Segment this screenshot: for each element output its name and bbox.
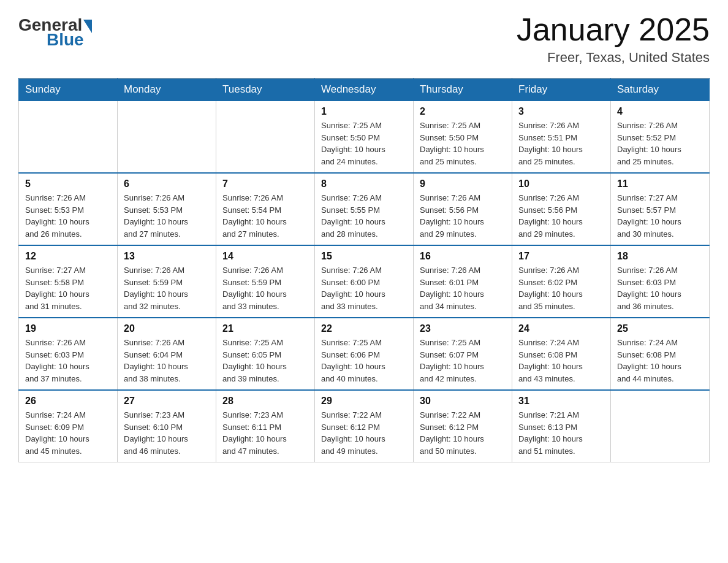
title-section: January 2025 Freer, Texas, United States <box>517 12 710 66</box>
calendar-cell: 14Sunrise: 7:26 AMSunset: 5:59 PMDayligh… <box>216 245 315 318</box>
calendar-day-header: Sunday <box>19 79 118 101</box>
calendar-week-row: 12Sunrise: 7:27 AMSunset: 5:58 PMDayligh… <box>19 245 710 318</box>
day-number: 6 <box>124 178 210 190</box>
day-info: Sunrise: 7:24 AMSunset: 6:09 PMDaylight:… <box>25 409 111 457</box>
day-number: 12 <box>25 251 111 262</box>
day-number: 14 <box>222 251 308 262</box>
day-info: Sunrise: 7:26 AMSunset: 6:04 PMDaylight:… <box>124 337 210 385</box>
day-info: Sunrise: 7:26 AMSunset: 5:51 PMDaylight:… <box>518 120 604 167</box>
calendar-cell: 6Sunrise: 7:26 AMSunset: 5:53 PMDaylight… <box>118 173 216 245</box>
day-number: 20 <box>124 323 210 334</box>
calendar-week-row: 19Sunrise: 7:26 AMSunset: 6:03 PMDayligh… <box>19 318 710 390</box>
calendar-cell: 1Sunrise: 7:25 AMSunset: 5:50 PMDaylight… <box>315 101 414 174</box>
month-year-title: January 2025 <box>517 12 710 47</box>
calendar-day-header: Thursday <box>414 79 512 101</box>
day-number: 4 <box>617 106 703 117</box>
calendar-week-row: 1Sunrise: 7:25 AMSunset: 5:50 PMDaylight… <box>19 101 710 174</box>
calendar-cell: 19Sunrise: 7:26 AMSunset: 6:03 PMDayligh… <box>19 318 118 390</box>
day-number: 8 <box>321 178 407 190</box>
calendar-cell <box>19 101 118 174</box>
calendar-table: SundayMondayTuesdayWednesdayThursdayFrid… <box>18 78 710 462</box>
calendar-cell: 10Sunrise: 7:26 AMSunset: 5:56 PMDayligh… <box>512 173 611 245</box>
calendar-cell <box>118 101 216 174</box>
day-number: 2 <box>420 106 506 117</box>
day-info: Sunrise: 7:22 AMSunset: 6:12 PMDaylight:… <box>420 409 506 457</box>
calendar-cell: 15Sunrise: 7:26 AMSunset: 6:00 PMDayligh… <box>315 245 414 318</box>
calendar-cell: 25Sunrise: 7:24 AMSunset: 6:08 PMDayligh… <box>611 318 710 390</box>
day-info: Sunrise: 7:24 AMSunset: 6:08 PMDaylight:… <box>518 337 604 385</box>
calendar-day-header: Wednesday <box>315 79 414 101</box>
calendar-week-row: 5Sunrise: 7:26 AMSunset: 5:53 PMDaylight… <box>19 173 710 245</box>
day-info: Sunrise: 7:26 AMSunset: 5:53 PMDaylight:… <box>124 192 210 240</box>
day-number: 1 <box>321 106 407 117</box>
calendar-cell: 17Sunrise: 7:26 AMSunset: 6:02 PMDayligh… <box>512 245 611 318</box>
calendar-cell: 9Sunrise: 7:26 AMSunset: 5:56 PMDaylight… <box>414 173 512 245</box>
day-info: Sunrise: 7:23 AMSunset: 6:11 PMDaylight:… <box>222 409 308 457</box>
calendar-week-row: 26Sunrise: 7:24 AMSunset: 6:09 PMDayligh… <box>19 390 710 462</box>
calendar-cell <box>216 101 315 174</box>
calendar-cell: 28Sunrise: 7:23 AMSunset: 6:11 PMDayligh… <box>216 390 315 462</box>
day-number: 18 <box>617 251 703 262</box>
day-number: 3 <box>518 106 604 117</box>
day-number: 25 <box>617 323 703 334</box>
day-number: 7 <box>222 178 308 190</box>
day-info: Sunrise: 7:26 AMSunset: 6:01 PMDaylight:… <box>420 264 506 312</box>
logo-blue-text: Blue <box>47 30 84 50</box>
day-number: 11 <box>617 178 703 190</box>
day-info: Sunrise: 7:26 AMSunset: 5:56 PMDaylight:… <box>420 192 506 240</box>
day-info: Sunrise: 7:26 AMSunset: 5:59 PMDaylight:… <box>124 264 210 312</box>
calendar-cell: 11Sunrise: 7:27 AMSunset: 5:57 PMDayligh… <box>611 173 710 245</box>
calendar-cell: 12Sunrise: 7:27 AMSunset: 5:58 PMDayligh… <box>19 245 118 318</box>
day-info: Sunrise: 7:25 AMSunset: 6:06 PMDaylight:… <box>321 337 407 385</box>
calendar-cell: 22Sunrise: 7:25 AMSunset: 6:06 PMDayligh… <box>315 318 414 390</box>
day-info: Sunrise: 7:26 AMSunset: 5:55 PMDaylight:… <box>321 192 407 240</box>
day-number: 15 <box>321 251 407 262</box>
calendar-cell: 2Sunrise: 7:25 AMSunset: 5:50 PMDaylight… <box>414 101 512 174</box>
logo-triangle-icon <box>83 20 92 33</box>
day-info: Sunrise: 7:26 AMSunset: 5:52 PMDaylight:… <box>617 120 703 167</box>
day-info: Sunrise: 7:25 AMSunset: 5:50 PMDaylight:… <box>321 120 407 167</box>
day-info: Sunrise: 7:26 AMSunset: 5:59 PMDaylight:… <box>222 264 308 312</box>
calendar-cell: 30Sunrise: 7:22 AMSunset: 6:12 PMDayligh… <box>414 390 512 462</box>
calendar-cell: 7Sunrise: 7:26 AMSunset: 5:54 PMDaylight… <box>216 173 315 245</box>
day-info: Sunrise: 7:25 AMSunset: 5:50 PMDaylight:… <box>420 120 506 167</box>
calendar-cell: 20Sunrise: 7:26 AMSunset: 6:04 PMDayligh… <box>118 318 216 390</box>
calendar-day-header: Saturday <box>611 79 710 101</box>
calendar-cell: 18Sunrise: 7:26 AMSunset: 6:03 PMDayligh… <box>611 245 710 318</box>
day-number: 9 <box>420 178 506 190</box>
day-info: Sunrise: 7:27 AMSunset: 5:57 PMDaylight:… <box>617 192 703 240</box>
calendar-cell: 23Sunrise: 7:25 AMSunset: 6:07 PMDayligh… <box>414 318 512 390</box>
day-info: Sunrise: 7:26 AMSunset: 5:54 PMDaylight:… <box>222 192 308 240</box>
day-info: Sunrise: 7:22 AMSunset: 6:12 PMDaylight:… <box>321 409 407 457</box>
day-number: 17 <box>518 251 604 262</box>
day-number: 31 <box>518 396 604 407</box>
day-info: Sunrise: 7:27 AMSunset: 5:58 PMDaylight:… <box>25 264 111 312</box>
calendar-cell: 21Sunrise: 7:25 AMSunset: 6:05 PMDayligh… <box>216 318 315 390</box>
day-number: 27 <box>124 396 210 407</box>
day-info: Sunrise: 7:26 AMSunset: 5:56 PMDaylight:… <box>518 192 604 240</box>
calendar-cell: 3Sunrise: 7:26 AMSunset: 5:51 PMDaylight… <box>512 101 611 174</box>
calendar-cell: 24Sunrise: 7:24 AMSunset: 6:08 PMDayligh… <box>512 318 611 390</box>
day-info: Sunrise: 7:21 AMSunset: 6:13 PMDaylight:… <box>518 409 604 457</box>
day-number: 28 <box>222 396 308 407</box>
day-info: Sunrise: 7:24 AMSunset: 6:08 PMDaylight:… <box>617 337 703 385</box>
day-number: 19 <box>25 323 111 334</box>
calendar-day-header: Friday <box>512 79 611 101</box>
calendar-day-header: Monday <box>118 79 216 101</box>
day-info: Sunrise: 7:25 AMSunset: 6:07 PMDaylight:… <box>420 337 506 385</box>
day-info: Sunrise: 7:26 AMSunset: 6:00 PMDaylight:… <box>321 264 407 312</box>
logo: General Blue <box>18 15 92 50</box>
calendar-cell <box>611 390 710 462</box>
calendar-day-header: Tuesday <box>216 79 315 101</box>
day-number: 24 <box>518 323 604 334</box>
day-info: Sunrise: 7:25 AMSunset: 6:05 PMDaylight:… <box>222 337 308 385</box>
day-number: 5 <box>25 178 111 190</box>
calendar-cell: 29Sunrise: 7:22 AMSunset: 6:12 PMDayligh… <box>315 390 414 462</box>
day-number: 23 <box>420 323 506 334</box>
calendar-header-row: SundayMondayTuesdayWednesdayThursdayFrid… <box>19 79 710 101</box>
day-info: Sunrise: 7:26 AMSunset: 5:53 PMDaylight:… <box>25 192 111 240</box>
calendar-cell: 5Sunrise: 7:26 AMSunset: 5:53 PMDaylight… <box>19 173 118 245</box>
page-header: General Blue January 2025 Freer, Texas, … <box>18 12 710 66</box>
calendar-cell: 13Sunrise: 7:26 AMSunset: 5:59 PMDayligh… <box>118 245 216 318</box>
day-number: 16 <box>420 251 506 262</box>
